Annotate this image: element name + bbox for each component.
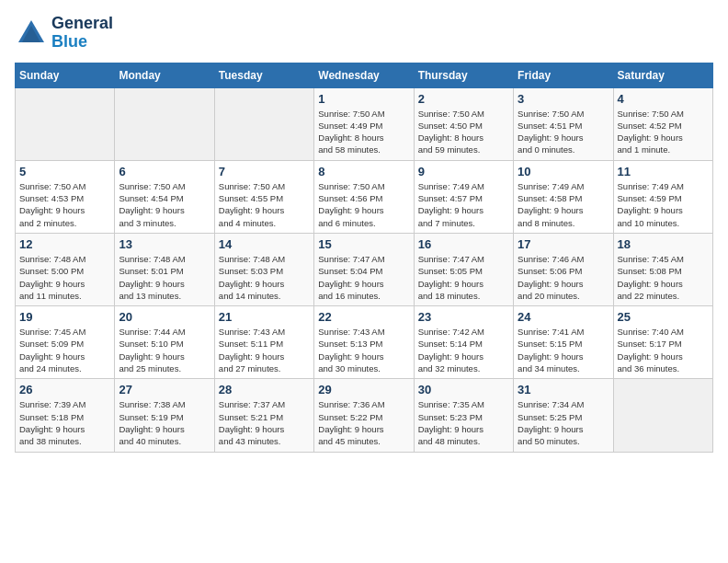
calendar-cell: 4Sunrise: 7:50 AM Sunset: 4:52 PM Daylig… <box>613 87 712 160</box>
calendar-cell: 15Sunrise: 7:47 AM Sunset: 5:04 PM Dayli… <box>314 233 414 305</box>
calendar-cell: 29Sunrise: 7:36 AM Sunset: 5:22 PM Dayli… <box>314 379 414 452</box>
day-info: Sunrise: 7:34 AM Sunset: 5:25 PM Dayligh… <box>518 398 609 447</box>
day-number: 12 <box>19 237 110 251</box>
calendar-week-2: 12Sunrise: 7:48 AM Sunset: 5:00 PM Dayli… <box>16 233 713 305</box>
day-info: Sunrise: 7:48 AM Sunset: 5:01 PM Dayligh… <box>119 253 210 302</box>
calendar-cell: 8Sunrise: 7:50 AM Sunset: 4:56 PM Daylig… <box>314 160 414 233</box>
day-info: Sunrise: 7:35 AM Sunset: 5:23 PM Dayligh… <box>418 398 509 447</box>
day-info: Sunrise: 7:45 AM Sunset: 5:08 PM Dayligh… <box>618 253 709 302</box>
calendar-cell: 27Sunrise: 7:38 AM Sunset: 5:19 PM Dayli… <box>115 379 214 452</box>
day-info: Sunrise: 7:48 AM Sunset: 5:00 PM Dayligh… <box>19 253 110 302</box>
day-number: 9 <box>418 165 509 178</box>
day-header-monday: Monday <box>115 63 214 87</box>
calendar-cell: 25Sunrise: 7:40 AM Sunset: 5:17 PM Dayli… <box>613 306 712 379</box>
day-info: Sunrise: 7:38 AM Sunset: 5:19 PM Dayligh… <box>119 398 210 447</box>
day-number: 20 <box>119 310 210 324</box>
day-info: Sunrise: 7:40 AM Sunset: 5:17 PM Dayligh… <box>618 326 709 374</box>
calendar-cell: 26Sunrise: 7:39 AM Sunset: 5:18 PM Dayli… <box>16 379 115 452</box>
calendar-cell <box>214 87 313 160</box>
calendar-cell: 5Sunrise: 7:50 AM Sunset: 4:53 PM Daylig… <box>16 160 115 233</box>
day-number: 27 <box>119 383 210 396</box>
calendar-cell <box>16 87 115 160</box>
day-info: Sunrise: 7:44 AM Sunset: 5:10 PM Dayligh… <box>119 326 210 374</box>
day-number: 23 <box>418 310 509 324</box>
calendar-cell: 16Sunrise: 7:47 AM Sunset: 5:05 PM Dayli… <box>414 233 513 305</box>
day-number: 4 <box>618 92 709 106</box>
day-info: Sunrise: 7:46 AM Sunset: 5:06 PM Dayligh… <box>518 253 609 302</box>
day-header-thursday: Thursday <box>414 63 513 87</box>
day-number: 5 <box>19 165 110 178</box>
day-info: Sunrise: 7:50 AM Sunset: 4:53 PM Dayligh… <box>19 180 110 229</box>
day-info: Sunrise: 7:50 AM Sunset: 4:51 PM Dayligh… <box>518 108 609 156</box>
day-info: Sunrise: 7:47 AM Sunset: 5:04 PM Dayligh… <box>318 253 409 302</box>
calendar-cell: 19Sunrise: 7:45 AM Sunset: 5:09 PM Dayli… <box>16 306 115 379</box>
day-number: 25 <box>618 310 709 324</box>
calendar-cell <box>115 87 214 160</box>
day-info: Sunrise: 7:50 AM Sunset: 4:56 PM Dayligh… <box>318 180 409 229</box>
day-info: Sunrise: 7:47 AM Sunset: 5:05 PM Dayligh… <box>418 253 509 302</box>
calendar-cell: 18Sunrise: 7:45 AM Sunset: 5:08 PM Dayli… <box>613 233 712 305</box>
day-info: Sunrise: 7:49 AM Sunset: 4:59 PM Dayligh… <box>618 180 709 229</box>
day-info: Sunrise: 7:49 AM Sunset: 4:57 PM Dayligh… <box>418 180 509 229</box>
day-number: 17 <box>518 237 609 251</box>
day-number: 11 <box>618 165 709 178</box>
day-info: Sunrise: 7:39 AM Sunset: 5:18 PM Dayligh… <box>19 398 110 447</box>
calendar-week-3: 19Sunrise: 7:45 AM Sunset: 5:09 PM Dayli… <box>16 306 713 379</box>
calendar-cell: 28Sunrise: 7:37 AM Sunset: 5:21 PM Dayli… <box>214 379 313 452</box>
day-header-tuesday: Tuesday <box>214 63 313 87</box>
calendar-cell: 13Sunrise: 7:48 AM Sunset: 5:01 PM Dayli… <box>115 233 214 305</box>
day-number: 26 <box>19 383 110 396</box>
day-info: Sunrise: 7:37 AM Sunset: 5:21 PM Dayligh… <box>219 398 310 447</box>
calendar-cell: 9Sunrise: 7:49 AM Sunset: 4:57 PM Daylig… <box>414 160 513 233</box>
day-number: 1 <box>318 92 409 106</box>
logo-icon <box>15 17 48 50</box>
calendar-cell: 11Sunrise: 7:49 AM Sunset: 4:59 PM Dayli… <box>613 160 712 233</box>
day-number: 15 <box>318 237 409 251</box>
day-number: 30 <box>418 383 509 396</box>
day-info: Sunrise: 7:49 AM Sunset: 4:58 PM Dayligh… <box>518 180 609 229</box>
day-number: 22 <box>318 310 409 324</box>
calendar-table: SundayMondayTuesdayWednesdayThursdayFrid… <box>15 63 713 453</box>
calendar-week-4: 26Sunrise: 7:39 AM Sunset: 5:18 PM Dayli… <box>16 379 713 452</box>
logo-text: General Blue <box>51 15 113 52</box>
day-header-friday: Friday <box>514 63 613 87</box>
day-info: Sunrise: 7:42 AM Sunset: 5:14 PM Dayligh… <box>418 326 509 374</box>
day-number: 14 <box>219 237 310 251</box>
calendar-cell: 12Sunrise: 7:48 AM Sunset: 5:00 PM Dayli… <box>16 233 115 305</box>
calendar-cell: 23Sunrise: 7:42 AM Sunset: 5:14 PM Dayli… <box>414 306 513 379</box>
day-number: 6 <box>119 165 210 178</box>
day-info: Sunrise: 7:50 AM Sunset: 4:50 PM Dayligh… <box>418 108 509 156</box>
day-info: Sunrise: 7:50 AM Sunset: 4:54 PM Dayligh… <box>119 180 210 229</box>
day-info: Sunrise: 7:43 AM Sunset: 5:13 PM Dayligh… <box>318 326 409 374</box>
calendar-cell: 2Sunrise: 7:50 AM Sunset: 4:50 PM Daylig… <box>414 87 513 160</box>
calendar-cell: 17Sunrise: 7:46 AM Sunset: 5:06 PM Dayli… <box>514 233 613 305</box>
day-info: Sunrise: 7:41 AM Sunset: 5:15 PM Dayligh… <box>518 326 609 374</box>
day-number: 3 <box>518 92 609 106</box>
day-number: 8 <box>318 165 409 178</box>
day-number: 31 <box>518 383 609 396</box>
day-header-wednesday: Wednesday <box>314 63 414 87</box>
day-number: 19 <box>19 310 110 324</box>
day-info: Sunrise: 7:45 AM Sunset: 5:09 PM Dayligh… <box>19 326 110 374</box>
day-number: 13 <box>119 237 210 251</box>
day-number: 7 <box>219 165 310 178</box>
day-info: Sunrise: 7:48 AM Sunset: 5:03 PM Dayligh… <box>219 253 310 302</box>
calendar-cell: 10Sunrise: 7:49 AM Sunset: 4:58 PM Dayli… <box>514 160 613 233</box>
calendar-cell: 31Sunrise: 7:34 AM Sunset: 5:25 PM Dayli… <box>514 379 613 452</box>
day-number: 29 <box>318 383 409 396</box>
calendar-cell: 1Sunrise: 7:50 AM Sunset: 4:49 PM Daylig… <box>314 87 414 160</box>
day-info: Sunrise: 7:50 AM Sunset: 4:52 PM Dayligh… <box>618 108 709 156</box>
calendar-cell: 24Sunrise: 7:41 AM Sunset: 5:15 PM Dayli… <box>514 306 613 379</box>
calendar-cell: 20Sunrise: 7:44 AM Sunset: 5:10 PM Dayli… <box>115 306 214 379</box>
logo: General Blue <box>15 15 113 52</box>
calendar-cell: 6Sunrise: 7:50 AM Sunset: 4:54 PM Daylig… <box>115 160 214 233</box>
day-info: Sunrise: 7:36 AM Sunset: 5:22 PM Dayligh… <box>318 398 409 447</box>
day-number: 28 <box>219 383 310 396</box>
day-number: 2 <box>418 92 509 106</box>
calendar-cell: 30Sunrise: 7:35 AM Sunset: 5:23 PM Dayli… <box>414 379 513 452</box>
day-number: 16 <box>418 237 509 251</box>
calendar-week-1: 5Sunrise: 7:50 AM Sunset: 4:53 PM Daylig… <box>16 160 713 233</box>
day-number: 21 <box>219 310 310 324</box>
calendar-cell: 7Sunrise: 7:50 AM Sunset: 4:55 PM Daylig… <box>214 160 313 233</box>
page-header: General Blue <box>15 15 713 52</box>
